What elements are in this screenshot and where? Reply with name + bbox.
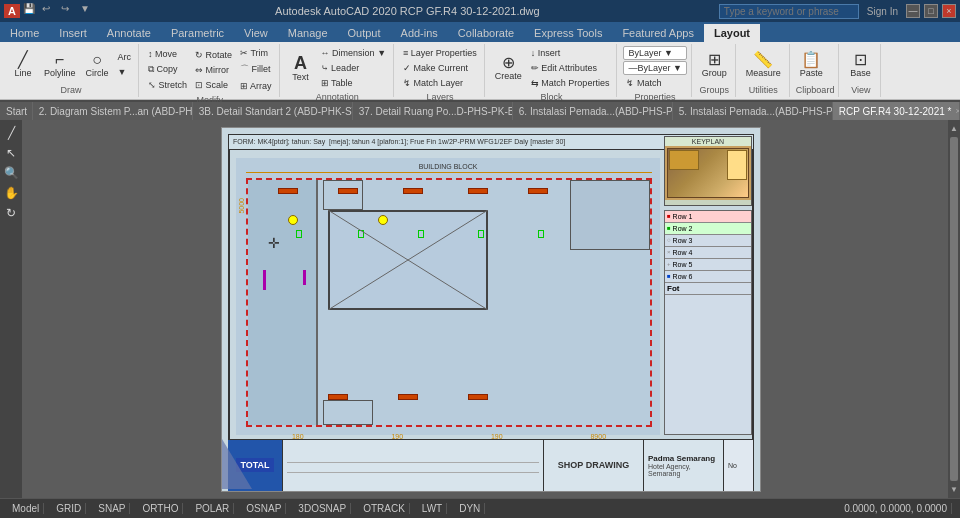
status-3dosnap[interactable]: 3DOSNAP [294, 503, 351, 514]
tab-parametric[interactable]: Parametric [161, 24, 234, 42]
save-quick-btn[interactable]: 💾 [23, 3, 39, 19]
measure-btn[interactable]: 📏 Measure [742, 49, 785, 81]
bylayer-select[interactable]: ByLayer ▼ [623, 46, 686, 60]
tab-featured-apps[interactable]: Featured Apps [612, 24, 704, 42]
leader-btn[interactable]: ⤷ Leader [318, 61, 389, 75]
close-tab-rcpgf[interactable]: × [955, 106, 960, 116]
status-snap[interactable]: SNAP [94, 503, 130, 514]
redo-quick-btn[interactable]: ↪ [61, 3, 77, 19]
bylayer-color[interactable]: —ByLayer ▼ [623, 61, 686, 75]
utilities-group-label: Utilities [742, 85, 785, 95]
tab-doc-5[interactable]: 6. Instalasi Pemada...(ABD-PHS-PK-B1-02)… [513, 102, 673, 120]
tab-doc-2[interactable]: 2. Diagram Sistem P...an (ABD-PHS-PK-01)… [33, 102, 193, 120]
status-grid[interactable]: GRID [52, 503, 86, 514]
create-btn[interactable]: ⊕ Create [491, 52, 526, 84]
minimize-btn[interactable]: — [906, 4, 920, 18]
status-model[interactable]: Model [8, 503, 44, 514]
tab-home[interactable]: Home [0, 24, 49, 42]
copy-btn[interactable]: ⧉ Copy [145, 62, 190, 77]
tab-doc-6[interactable]: 5. Instalasi Pemada...(ABD-PHS-PK-B1-01)… [673, 102, 833, 120]
circle-btn[interactable]: ○ Circle [82, 49, 113, 81]
match-prop-btn[interactable]: ↯ Match [623, 76, 686, 90]
info-row-6: ■ Row 6 [665, 271, 751, 283]
tab-rcpgf[interactable]: RCP GF.R4 30-12-2021 * × [833, 102, 960, 120]
line-btn[interactable]: ╱ Line [8, 49, 38, 81]
properties-group-label: Properties [623, 92, 686, 102]
quick-access-toolbar[interactable]: A 💾 ↩ ↪ ▼ [4, 3, 96, 19]
window-controls[interactable]: — □ × [906, 4, 956, 18]
tool-line[interactable]: ╱ [2, 124, 20, 142]
tool-select[interactable]: ↖ [2, 144, 20, 162]
paste-btn[interactable]: 📋 Paste [796, 49, 827, 81]
signin-btn[interactable]: Sign In [867, 6, 898, 17]
tab-collaborate[interactable]: Collaborate [448, 24, 524, 42]
close-btn[interactable]: × [942, 4, 956, 18]
draw-more-btn[interactable]: ▼ [115, 65, 135, 79]
stretch-btn[interactable]: ⤡ Stretch [145, 78, 190, 92]
tab-add-ins[interactable]: Add-ins [391, 24, 448, 42]
tool-pan[interactable]: ✋ [2, 184, 20, 202]
text-btn[interactable]: A Text [286, 51, 316, 85]
maximize-btn[interactable]: □ [924, 4, 938, 18]
move-btn[interactable]: ↕ Move [145, 47, 190, 61]
mirror-btn[interactable]: ⇔ Mirror [192, 63, 235, 77]
canvas-area[interactable]: FORM: MK4[ptdr]; tahun: Say [meja]; tahu… [22, 120, 960, 498]
layer-properties-btn[interactable]: ≡ Layer Properties [400, 46, 480, 60]
tab-manage[interactable]: Manage [278, 24, 338, 42]
tab-start[interactable]: Start [0, 102, 33, 120]
base-btn[interactable]: ⊡ Base [845, 49, 875, 81]
rotate-btn[interactable]: ↻ Rotate [192, 48, 235, 62]
polyline-btn[interactable]: ⌐ Polyline [40, 49, 80, 81]
search-input[interactable] [719, 4, 859, 19]
tb-project-name: Padma Semarang Hotel Agency, Semarang [644, 440, 724, 491]
tool-zoom[interactable]: 🔍 [2, 164, 20, 182]
dimension-btn[interactable]: ↔ Dimension ▼ [318, 46, 389, 60]
tab-view[interactable]: View [234, 24, 278, 42]
tab-doc-4[interactable]: 37. Detail Ruang Po...D-PHS-PK-B2-RP-03)… [353, 102, 513, 120]
trim-btn[interactable]: ✂ Trim [237, 46, 275, 60]
status-lwt[interactable]: LWT [418, 503, 447, 514]
status-otrack[interactable]: OTRACK [359, 503, 410, 514]
scroll-up-btn[interactable]: ▲ [948, 122, 960, 135]
array-btn[interactable]: ⊞ Array [237, 79, 275, 93]
scale-btn[interactable]: ⊡ Scale [192, 78, 235, 92]
insert-btn[interactable]: ↓ Insert [528, 46, 613, 60]
floor-plan: BUILDING BLOCK [236, 158, 660, 435]
status-osnap[interactable]: OSNAP [242, 503, 286, 514]
title-block: TOTAL SHOP DRAWING Padma Semarang Hotel … [228, 439, 754, 491]
pipe-1 [263, 270, 266, 290]
status-polar[interactable]: POLAR [191, 503, 234, 514]
tab-output[interactable]: Output [338, 24, 391, 42]
undo-quick-btn[interactable]: ↩ [42, 3, 58, 19]
clipboard-group-label: Clipboard [796, 85, 835, 95]
app-icon[interactable]: A [4, 4, 20, 18]
make-current-btn[interactable]: ✓ Make Current [400, 61, 480, 75]
scroll-thumb[interactable] [950, 137, 958, 481]
table-btn[interactable]: ⊞ Table [318, 76, 389, 90]
scroll-down-btn[interactable]: ▼ [948, 483, 960, 496]
group-btn[interactable]: ⊞ Group [698, 49, 731, 81]
dim-line-top [246, 172, 652, 173]
crosshair: ✛ [268, 235, 280, 251]
tool-orbit[interactable]: ↻ [2, 204, 20, 222]
ribbon-group-groups: ⊞ Group Groups [694, 44, 736, 97]
tab-doc-3[interactable]: 3B. Detail Standart 2 (ABD-PHK-STD-02)* … [193, 102, 353, 120]
edit-attributes-btn[interactable]: ✏ Edit Attributes [528, 61, 613, 75]
arc-btn[interactable]: Arc [115, 50, 135, 64]
room-left [248, 180, 318, 425]
tb-sheet-no: No [724, 440, 754, 491]
match-layer-btn[interactable]: ↯ Match Layer [400, 76, 480, 90]
tab-insert[interactable]: Insert [49, 24, 97, 42]
tab-express-tools[interactable]: Express Tools [524, 24, 612, 42]
light-8 [468, 394, 488, 400]
status-ortho[interactable]: ORTHO [138, 503, 183, 514]
match-properties-btn[interactable]: ⇆ Match Properties [528, 76, 613, 90]
tab-annotate[interactable]: Annotate [97, 24, 161, 42]
qa-more-btn[interactable]: ▼ [80, 3, 96, 19]
tab-layout[interactable]: Layout [704, 24, 760, 42]
status-dyn[interactable]: DYN [455, 503, 485, 514]
room-small-2 [323, 400, 373, 425]
vertical-scrollbar[interactable]: ▲ ▼ [948, 120, 960, 498]
left-toolbar: ╱ ↖ 🔍 ✋ ↻ [0, 120, 22, 498]
fillet-btn[interactable]: ⌒ Fillet [237, 61, 275, 78]
